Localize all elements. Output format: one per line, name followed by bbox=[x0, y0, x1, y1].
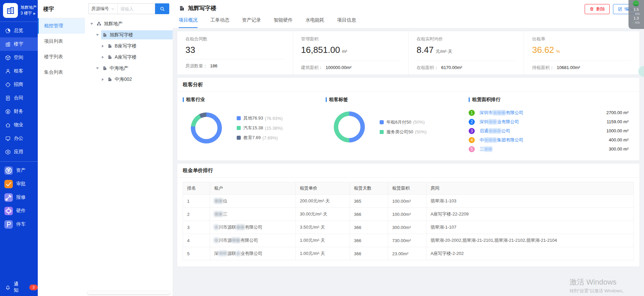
caret-right-icon[interactable] bbox=[102, 78, 104, 81]
tenant-name-link[interactable]: 深圳市源联企业有限公司 bbox=[210, 247, 296, 260]
search-input[interactable] bbox=[117, 3, 155, 14]
tenant-name-link[interactable]: 启通某某某公司 bbox=[479, 128, 510, 134]
org-building-count: 3 楼宇 bbox=[21, 11, 32, 15]
tag-icon bbox=[5, 82, 11, 88]
tenant-name-link[interactable]: 深川市源联某某有限公司 bbox=[210, 221, 296, 234]
yen-icon bbox=[5, 109, 11, 114]
lease-area-rank-item: 3启通某某某公司1000.00 m² bbox=[469, 126, 628, 135]
search-field-select[interactable]: 房源编号 bbox=[88, 3, 117, 14]
tenant-tags-legend: 年租6月付50(50%)服务类公司50(50%) bbox=[380, 116, 427, 139]
tab-utility-energy[interactable]: 水电能耗 bbox=[305, 17, 324, 28]
tenant-name-link[interactable]: 某某位 bbox=[210, 195, 296, 208]
rank-badge: 5 bbox=[469, 146, 475, 152]
tab-workorder-activity[interactable]: 工单动态 bbox=[210, 17, 229, 28]
building-icon bbox=[102, 66, 107, 71]
tab-asset-records[interactable]: 资产记录 bbox=[242, 17, 261, 28]
tree-node[interactable]: 旭辉写字楼 bbox=[85, 29, 173, 40]
table-row: 2某某三30.00元/m²·天366100.00m²A座写字楼-22-2209 bbox=[183, 208, 634, 221]
page-title: 旭辉写字楼 bbox=[188, 4, 216, 12]
legend-label: 教育7.69 bbox=[243, 135, 261, 141]
page-header: 旭辉写字楼 删除 编辑 项目概况工单动态资产记录智能硬件水电能耗项目信息 bbox=[173, 0, 644, 28]
sidebar-app-hardware[interactable]: 硬件 bbox=[0, 204, 38, 218]
legend-item[interactable]: 服务类公司50(50%) bbox=[380, 129, 427, 135]
caret-right-icon[interactable] bbox=[102, 45, 104, 47]
sidebar-app-approval[interactable]: 审批 bbox=[0, 177, 38, 191]
legend-item[interactable]: 教育7.69(7.69%) bbox=[237, 135, 283, 141]
tree-node[interactable]: A座写字楼 bbox=[85, 52, 173, 63]
sidebar-item-space[interactable]: 空间 bbox=[0, 51, 38, 64]
sidebar-app-repair[interactable]: 报修 bbox=[0, 191, 38, 204]
watermark-line2: 转到“设置”以激活 Windows。 bbox=[569, 288, 626, 294]
rooms-cell: A座写字楼-22-2209 bbox=[426, 208, 634, 221]
net-speed-monitor-widget[interactable]: 1.5 ↑ K/s 1.3 ↓ K/s bbox=[628, 0, 644, 29]
tenant-name-link[interactable]: 中某某某集团有限公司 bbox=[479, 137, 523, 143]
submenu-item-collection-list[interactable]: 集合列表 bbox=[38, 65, 85, 80]
building-icon bbox=[107, 43, 112, 48]
tree-node-label[interactable]: A座写字楼 bbox=[106, 53, 173, 62]
tree-horizontal-scrollbar[interactable] bbox=[88, 291, 170, 294]
sidebar-item-leasing[interactable]: 招商 bbox=[0, 78, 38, 91]
sidebar-item-buildings[interactable]: 楼宇 bbox=[0, 37, 38, 51]
arrow-down-icon: ↓ bbox=[633, 21, 635, 24]
rank-cell: 2 bbox=[183, 208, 210, 221]
sidebar-item-overview[interactable]: 总览 bbox=[0, 24, 38, 37]
caret-down-icon[interactable] bbox=[96, 34, 99, 36]
legend-item[interactable]: 汽车15.38(15.38%) bbox=[237, 125, 283, 131]
tenant-name-link[interactable]: 三某某 bbox=[479, 146, 493, 152]
tree-node[interactable]: 中海002 bbox=[85, 74, 173, 85]
org-switcher[interactable]: 旭辉地产 3 楼宇▶ bbox=[0, 0, 38, 21]
legend-item[interactable]: 其他76.93(76.93%) bbox=[237, 115, 283, 121]
sidebar-item-apps[interactable]: 应用 bbox=[0, 145, 38, 159]
tree-node[interactable]: 旭辉地产 bbox=[85, 18, 173, 29]
submenu-list: 租控管理项目列表楼宇列表集合列表 bbox=[38, 18, 85, 80]
sidebar-app-parking[interactable]: 停车 bbox=[0, 218, 38, 231]
tree-node-label[interactable]: B座写字楼 bbox=[106, 41, 173, 51]
hardware-app-icon bbox=[4, 207, 13, 215]
lease-days-cell: 365 bbox=[350, 195, 388, 208]
unit-price-cell: 200.00元/m²·天 bbox=[296, 195, 350, 208]
org-icon bbox=[96, 21, 101, 26]
tree-node-label[interactable]: 旭辉地产 bbox=[95, 19, 173, 28]
submenu-item-rent-control[interactable]: 租控管理 bbox=[38, 18, 85, 34]
rank-cell: 4 bbox=[183, 234, 210, 247]
sidebar-item-notifications[interactable]: 通知 3 bbox=[0, 278, 38, 296]
tree-node-label[interactable]: 中海002 bbox=[106, 75, 173, 84]
search-button[interactable] bbox=[155, 3, 169, 14]
lease-days-cell: 366 bbox=[350, 208, 388, 221]
accent-bar bbox=[326, 97, 327, 102]
tab-smart-hardware[interactable]: 智能硬件 bbox=[274, 17, 293, 28]
tab-project-overview[interactable]: 项目概况 bbox=[179, 17, 198, 28]
tree-node[interactable]: 中海地产 bbox=[85, 63, 173, 74]
tree-node-label[interactable]: 中海地产 bbox=[101, 64, 173, 73]
sidebar-item-tenants[interactable]: 租客 bbox=[0, 64, 38, 78]
tree-node-label[interactable]: 旭辉写字楼 bbox=[101, 30, 173, 39]
legend-swatch bbox=[237, 116, 241, 120]
tenant-tags-title: 租客标签 bbox=[329, 97, 348, 103]
org-logo bbox=[3, 3, 18, 18]
caret-down-icon[interactable] bbox=[90, 23, 93, 25]
tenant-name-link[interactable]: 深川市源联某有限公司 bbox=[210, 234, 296, 247]
tenant-name-link[interactable]: 深圳某某业有限公司 bbox=[479, 119, 519, 125]
legend-item[interactable]: 年租6月付50(50%) bbox=[380, 119, 427, 125]
tenant-name-link[interactable]: 某某三 bbox=[210, 208, 296, 221]
sidebar-item-contracts[interactable]: 合同 bbox=[0, 91, 38, 105]
caret-down-icon[interactable] bbox=[96, 67, 99, 69]
caret-right-icon[interactable] bbox=[102, 56, 104, 59]
building-icon bbox=[107, 77, 112, 82]
tree-node[interactable]: B座写字楼 bbox=[85, 40, 173, 52]
delete-button[interactable]: 删除 bbox=[585, 4, 610, 14]
tenant-name-link[interactable]: 深圳市某某服有限公司 bbox=[479, 110, 523, 116]
submenu-item-building-list[interactable]: 楼宇列表 bbox=[38, 49, 85, 65]
rooms-cell: 翡翠湖-1-107 bbox=[426, 221, 634, 234]
sidebar-app-assets[interactable]: 资产 bbox=[0, 164, 38, 177]
assets-app-icon bbox=[4, 166, 13, 175]
stat-card-column: 管理面积16,851.00m²建筑面积：100000.00m² bbox=[293, 31, 409, 74]
org-info: 旭辉地产 3 楼宇▶ bbox=[21, 5, 37, 17]
tab-project-info[interactable]: 项目信息 bbox=[337, 17, 356, 28]
unit-price-cell: 1.00元/m²·天 bbox=[296, 247, 350, 260]
cube-icon bbox=[5, 55, 11, 61]
submenu-item-project-list[interactable]: 项目列表 bbox=[38, 34, 85, 49]
sidebar-item-office[interactable]: 办公 bbox=[0, 132, 38, 145]
sidebar-item-finance[interactable]: 财务 bbox=[0, 105, 38, 118]
sidebar-item-property[interactable]: 物业 bbox=[0, 118, 38, 132]
